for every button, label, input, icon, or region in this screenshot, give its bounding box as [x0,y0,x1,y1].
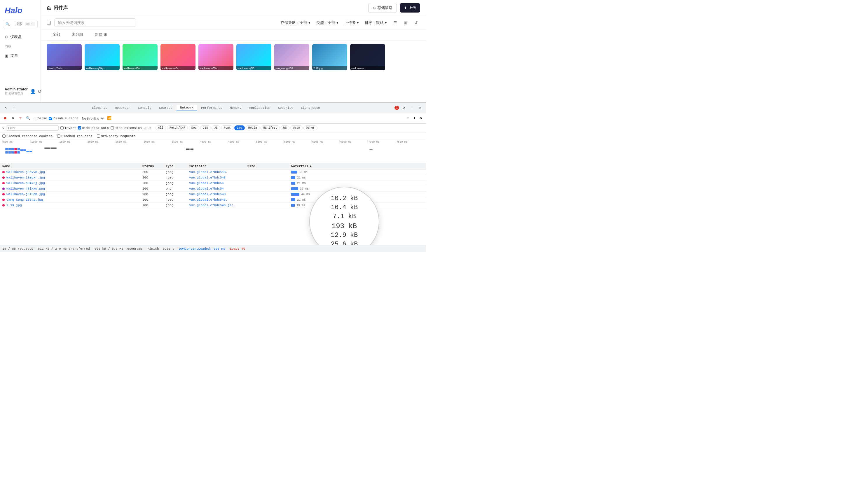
requests-count: 18 / 58 requests [2,247,33,251]
tab-all[interactable]: 全部 [47,30,66,40]
col-waterfall-header: Waterfall ▲ [291,164,424,168]
refresh-button[interactable]: ↺ [412,19,420,27]
image-item[interactable]: wallhaven-j8lky... [85,44,120,70]
more-options-icon[interactable]: ⋮ [408,104,415,111]
search-box[interactable]: 🔍 搜索 ⌘+K [3,20,38,28]
list-view-button[interactable]: ☰ [391,19,399,27]
file-type-dot [2,171,5,173]
row-status: 200 [142,170,166,174]
import-button[interactable]: ⬇ [411,115,417,121]
filter-input[interactable] [6,125,59,131]
tab-network[interactable]: Network [177,105,197,111]
table-row[interactable]: wallhaven-l3myxr.jpg 200 jpeg vue.global… [0,175,426,181]
table-row[interactable]: wallhaven-p8mk6j.jpg 200 jpeg vue.global… [0,181,426,186]
sort-filter[interactable]: 排序：默认 ▾ [363,19,389,26]
role-text: 超级管理员 [8,92,23,95]
blocked-cookies-label[interactable]: Blocked response cookies [2,134,53,138]
third-party-label[interactable]: 3rd-party requests [97,134,136,138]
disable-cache-checkbox[interactable] [49,117,52,120]
storage-filter[interactable]: 存储策略：全部 ▾ [279,19,312,26]
inspect-icon[interactable]: ↖ [2,104,9,111]
preserve-log-checkbox[interactable] [33,117,36,120]
keyword-search-input[interactable] [54,18,136,27]
user-section: Administrator 超 超级管理员 👤 ↺ [0,84,40,98]
invert-label[interactable]: Invert [60,126,76,130]
filter-chip-css[interactable]: CSS [200,125,211,130]
tab-ungrouped[interactable]: 未分组 [66,30,89,40]
image-item[interactable]: wallhaven-l3m... [123,44,158,70]
image-item[interactable]: duietzp7e4-cr... [47,44,82,70]
devtools: ↖ ⬚ Elements Recorder Console Sources Ne… [0,102,426,252]
search-network-button[interactable]: 🔍 [25,115,31,121]
sidebar-item-dashboard[interactable]: ⊙ 仪表盘 [0,32,40,42]
storage-strategy-button[interactable]: ⊕ 存储策略 [368,3,397,13]
filter-chip-other[interactable]: Other [303,125,317,130]
image-item[interactable]: wallhaven-i35v... [198,44,233,70]
tab-memory[interactable]: Memory [227,105,245,111]
clear-button[interactable]: ⊘ [10,115,16,121]
type-filter[interactable]: 类型：全部 ▾ [315,19,340,26]
wifi-icon[interactable]: 📶 [107,115,112,121]
hide-extension-urls-label[interactable]: Hide extension URLs [111,126,151,130]
filter-toggle[interactable]: ▽ [18,115,23,121]
blocked-requests-checkbox[interactable] [57,134,60,138]
uploader-filter[interactable]: 上传者 ▾ [342,19,361,26]
dashboard-icon: ⊙ [5,35,8,39]
timeline-content [2,145,424,162]
row-filename: wallhaven-p8mk6j.jpg [6,181,45,185]
filter-chip-wasm[interactable]: Wasm [290,125,303,130]
third-party-checkbox[interactable] [97,134,100,138]
blocked-cookies-checkbox[interactable] [2,134,5,138]
device-icon[interactable]: ⬚ [11,104,18,111]
table-row[interactable]: wallhaven-j8lkxw.png 200 png vue.global.… [0,186,426,192]
sort-icon[interactable]: ▲ [309,164,312,168]
upload-button[interactable]: ⬆ 上传 [400,3,420,13]
tab-sources[interactable]: Sources [156,105,176,111]
filter-chip-fetch[interactable]: Fetch/XHR [167,125,188,130]
filter-chip-img[interactable]: Img [234,125,245,130]
image-item[interactable]: wallhaven-j5l5... [236,44,271,70]
filter-chip-ws[interactable]: WS [281,125,289,130]
tab-security[interactable]: Security [274,105,297,111]
network-settings[interactable]: ⚙ [418,115,424,121]
tab-console[interactable]: Console [135,105,155,111]
settings-icon[interactable]: ⚙ [400,104,407,111]
filter-chip-media[interactable]: Media [246,125,260,130]
hide-extension-urls-checkbox[interactable] [111,126,114,129]
record-button[interactable]: ⏺ [2,115,8,121]
image-item[interactable]: wallhaven-n8m... [160,44,195,70]
throttle-select[interactable]: No throttling [80,116,105,121]
image-item[interactable]: wallhaven-... [350,44,385,70]
filter-chip-doc[interactable]: Doc [189,125,199,130]
tab-performance[interactable]: Performance [197,105,226,111]
filter-chip-all[interactable]: All [156,125,166,130]
blocked-requests-label[interactable]: Blocked requests [57,134,92,138]
filter-chip-font[interactable]: Font [221,125,233,130]
user-icon[interactable]: 👤 [30,89,36,94]
tab-elements[interactable]: Elements [88,105,111,111]
grid-view-button[interactable]: ⊞ [402,19,410,27]
select-all-checkbox[interactable] [47,21,51,25]
image-item[interactable]: yang-song-153... [274,44,309,70]
svg-rect-0 [5,148,7,150]
hide-data-urls-label[interactable]: Hide data URLs [78,126,109,130]
disable-cache-label[interactable]: Disable cache [49,117,78,120]
close-devtools-button[interactable]: ✕ [417,104,424,111]
row-initiator: vue.global.e7bdc548 [189,193,247,196]
export-button[interactable]: ⬆ [405,115,411,121]
preserve-log-label[interactable]: false [33,117,47,120]
table-row[interactable]: wallhaven-j35vvm.jpg 200 jpeg vue.global… [0,169,426,175]
tab-recorder[interactable]: Recorder [111,105,134,111]
tab-lighthouse[interactable]: Lighthouse [297,105,324,111]
tab-new[interactable]: 新建 ⊕ [89,30,113,40]
row-initiator: vue.global.e7bdc548. [189,198,247,201]
image-item[interactable]: 2.19.jpg [312,44,347,70]
sidebar-item-articles[interactable]: ▣ 文章 [0,51,40,61]
filter-chip-js[interactable]: JS [212,125,220,130]
hide-data-urls-checkbox[interactable] [78,126,81,129]
svg-rect-11 [11,151,14,154]
invert-checkbox[interactable] [60,126,64,129]
filter-chip-manifest[interactable]: Manifest [261,125,280,130]
image-label: wallhaven-j8lky... [85,66,120,70]
tab-application[interactable]: Application [246,105,274,111]
